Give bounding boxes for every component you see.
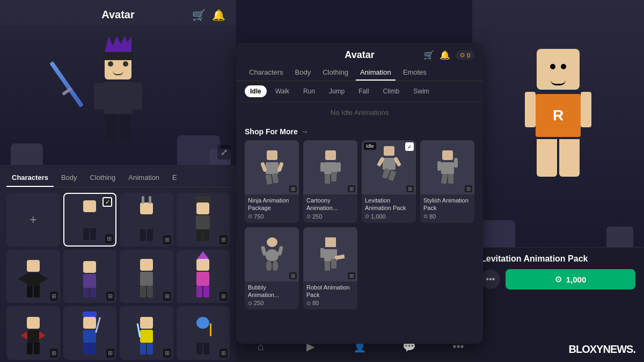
right-char-face [545,64,572,75]
character-cell-11[interactable]: ⊞ [177,306,230,360]
levitation-price-value: 1,000 [371,213,386,220]
levitation-price: ⊙ 1,000 [365,213,413,220]
character-cell-3[interactable]: ⊞ [177,193,230,247]
left-tab-emotes[interactable]: E [167,169,182,187]
right-char-torso: R [536,94,581,137]
character-cell-7[interactable]: ⊞ [177,250,230,303]
robot-price-value: 80 [312,300,319,306]
add-icon: + [30,212,37,227]
robux-icon-2: ⊙ [306,213,311,219]
cartoony-figure [311,146,349,189]
shop-item-levitation-img: Idle ✓ ⊞ [362,140,416,194]
mid-coins-icon: ⊙ [460,52,465,59]
anim-tab-walk[interactable]: Walk [270,85,295,97]
robux-icon-5: ⊙ [248,300,252,306]
shop-item-ninja-img: ⊞ [245,140,299,194]
shop-header[interactable]: Shop For More → [236,123,483,140]
left-tab-characters[interactable]: Characters [6,169,54,187]
right-leg-left [537,139,557,177]
shop-item-bubbly[interactable]: ⊞ Bubbly Animation... ⊙ 250 [245,227,299,310]
levitation-info: Levitation Animation Pack ⊙ 1,000 [362,194,416,223]
mini-char-8 [14,312,52,354]
right-panel: R Levitation Animation Pack ••• ⊙ 1,000 [472,0,644,362]
robux-icon-6: ⊙ [306,300,311,306]
stylish-price: ⊙ 80 [423,213,471,220]
expand-button[interactable]: ⤢ [217,145,231,160]
left-tab-animation[interactable]: Animation [123,169,165,187]
watermark-suffix: NEWS. [603,343,635,355]
copy-icon-1: ⊞ [105,234,113,243]
animation-subtabs: Idle Walk Run Jump Fall Climb Swim [236,81,483,102]
ninja-price-value: 750 [254,213,264,220]
copy-icon-10: ⊞ [163,349,171,358]
selected-checkmark: ✓ [103,197,112,207]
stylish-name: Stylish Animation Pack [423,197,471,212]
shop-item-robot[interactable]: ⊞ Robot Animation Pack ⊙ 80 [303,227,357,310]
shop-header-text: Shop For More [245,127,298,136]
anim-tab-jump[interactable]: Jump [324,85,350,97]
avatar-scene-left: ⤢ [0,25,236,165]
more-dots-icon: ••• [486,274,495,284]
copy-icon-11: ⊞ [219,349,228,358]
shop-item-stylish[interactable]: ⊞ Stylish Animation Pack ⊙ 80 [420,140,474,223]
copy-icon-cartoony: ⊞ [348,185,355,192]
watermark: BLOXYNEWS. [569,343,635,356]
stylish-price-value: 80 [429,213,436,220]
levitation-name: Levitation Animation Pack [365,197,413,212]
anim-tab-swim[interactable]: Swim [408,85,434,97]
shop-item-levitation[interactable]: Idle ✓ ⊞ Levitation Animation Pack ⊙ 1,0… [362,140,416,223]
character-cell-1[interactable]: ✓ ⊞ [63,193,117,247]
buy-robux-icon: ⊙ [555,274,562,284]
left-tab-body[interactable]: Body [56,169,83,187]
mid-cart-icon[interactable]: 🛒 [423,50,434,60]
robux-icon-3: ⊙ [365,213,369,219]
copy-icon-bubbly: ⊞ [289,272,297,279]
no-animations-label: No Idle Animations [236,102,483,123]
char-leg-left [105,115,117,142]
mini-char-9 [71,312,108,354]
character-cell-2[interactable]: ⊞ [120,193,173,247]
left-nav: Characters Body Clothing Animation E [0,165,236,187]
char-head-left [105,55,131,79]
mid-tab-emotes[interactable]: Emotes [399,65,431,81]
add-character-cell[interactable]: + [6,193,60,247]
character-cell-10[interactable]: ⊞ [120,306,173,360]
cartoony-price: ⊙ 250 [306,213,354,220]
levitation-figure [370,146,408,189]
cartoony-price-value: 250 [312,213,322,220]
mid-panel-title: Avatar [345,49,374,61]
anim-tab-idle[interactable]: Idle [245,85,267,97]
mid-coins-amount: 0 [467,52,470,59]
mid-tab-clothing[interactable]: Clothing [318,65,353,81]
buy-price: 1,000 [566,275,587,284]
shop-item-cartoony[interactable]: ⊞ Cartoony Animation... ⊙ 250 [303,140,357,223]
mid-bell-icon[interactable]: 🔔 [440,50,450,60]
mid-tab-animation[interactable]: Animation [356,65,396,81]
copy-icon-stylish: ⊞ [465,185,472,192]
character-cell-6[interactable]: ⊞ [120,250,173,303]
mid-tab-body[interactable]: Body [291,65,316,81]
more-options-button[interactable]: ••• [481,270,500,289]
cart-icon[interactable]: 🛒 [192,9,206,21]
character-cell-9[interactable]: ⊞ [63,306,117,360]
copy-icon-2: ⊞ [163,235,171,244]
shop-item-ninja[interactable]: ⊞ Ninja Animation Package ⊙ 750 [245,140,299,223]
anim-tab-climb[interactable]: Climb [378,85,405,97]
robot-info: Robot Animation Pack ⊙ 80 [303,281,357,310]
character-cell-5[interactable]: ⊞ [63,250,117,303]
character-cell-4[interactable]: ⊞ [6,250,60,303]
anim-tab-fall[interactable]: Fall [353,85,374,97]
mid-tab-characters[interactable]: Characters [245,65,288,81]
buy-button[interactable]: ⊙ 1,000 [506,269,635,289]
watermark-text: BLOXY [569,343,603,355]
shop-item-cartoony-img: ⊞ [303,140,357,194]
anim-tab-run[interactable]: Run [298,85,320,97]
mini-char-11 [184,312,222,354]
bell-icon[interactable]: 🔔 [212,9,225,21]
character-cell-8[interactable]: ⊞ [6,306,60,360]
char-leg-right [119,115,131,142]
stylish-info: Stylish Animation Pack ⊙ 80 [420,194,474,223]
left-tab-clothing[interactable]: Clothing [85,169,121,187]
right-scene: R [472,0,644,247]
copy-icon-ninja: ⊞ [289,185,297,192]
